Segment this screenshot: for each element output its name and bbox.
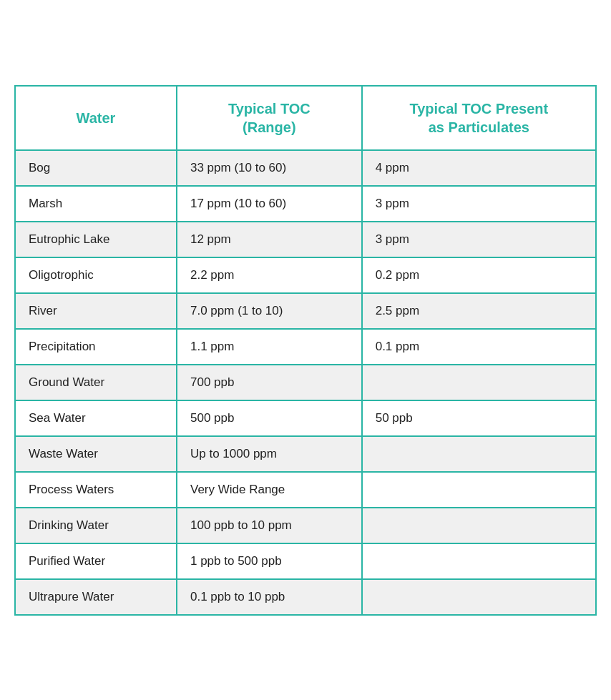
cell-water: River xyxy=(16,293,177,329)
cell-toc-range: 7.0 ppm (1 to 10) xyxy=(177,293,362,329)
cell-water: Marsh xyxy=(16,186,177,222)
cell-water: Waste Water xyxy=(16,436,177,472)
main-table-container: Water Typical TOC(Range) Typical TOC Pre… xyxy=(14,85,597,616)
cell-toc-range: 500 ppb xyxy=(177,400,362,436)
cell-toc-particulates xyxy=(362,365,595,400)
table-row: Ground Water700 ppb xyxy=(16,365,595,400)
table-row: Marsh17 ppm (10 to 60)3 ppm xyxy=(16,186,595,222)
cell-water: Oligotrophic xyxy=(16,257,177,293)
cell-toc-particulates xyxy=(362,472,595,508)
table-body: Bog33 ppm (10 to 60)4 ppmMarsh17 ppm (10… xyxy=(16,150,595,614)
cell-toc-particulates xyxy=(362,508,595,543)
cell-toc-range: 2.2 ppm xyxy=(177,257,362,293)
cell-toc-particulates xyxy=(362,543,595,579)
cell-water: Sea Water xyxy=(16,400,177,436)
cell-water: Eutrophic Lake xyxy=(16,222,177,257)
cell-toc-range: 700 ppb xyxy=(177,365,362,400)
table-row: Oligotrophic2.2 ppm0.2 ppm xyxy=(16,257,595,293)
table-row: Eutrophic Lake12 ppm3 ppm xyxy=(16,222,595,257)
cell-toc-particulates: 50 ppb xyxy=(362,400,595,436)
cell-toc-range: 12 ppm xyxy=(177,222,362,257)
cell-water: Precipitation xyxy=(16,329,177,365)
table-row: River7.0 ppm (1 to 10)2.5 ppm xyxy=(16,293,595,329)
cell-water: Bog xyxy=(16,150,177,186)
cell-water: Drinking Water xyxy=(16,508,177,543)
table-row: Precipitation1.1 ppm0.1 ppm xyxy=(16,329,595,365)
table-row: Process WatersVery Wide Range xyxy=(16,472,595,508)
table-row: Ultrapure Water0.1 ppb to 10 ppb xyxy=(16,579,595,614)
cell-toc-range: Very Wide Range xyxy=(177,472,362,508)
table-row: Bog33 ppm (10 to 60)4 ppm xyxy=(16,150,595,186)
cell-toc-particulates: 2.5 ppm xyxy=(362,293,595,329)
cell-toc-range: 0.1 ppb to 10 ppb xyxy=(177,579,362,614)
header-water: Water xyxy=(16,87,177,150)
header-toc-particulates: Typical TOC Presentas Particulates xyxy=(362,87,595,150)
cell-toc-particulates xyxy=(362,579,595,614)
cell-toc-range: 1.1 ppm xyxy=(177,329,362,365)
cell-toc-range: 100 ppb to 10 ppm xyxy=(177,508,362,543)
cell-toc-range: 17 ppm (10 to 60) xyxy=(177,186,362,222)
cell-water: Purified Water xyxy=(16,543,177,579)
cell-water: Ultrapure Water xyxy=(16,579,177,614)
table-row: Drinking Water100 ppb to 10 ppm xyxy=(16,508,595,543)
cell-water: Process Waters xyxy=(16,472,177,508)
cell-toc-particulates: 0.1 ppm xyxy=(362,329,595,365)
cell-toc-range: 33 ppm (10 to 60) xyxy=(177,150,362,186)
cell-toc-particulates: 0.2 ppm xyxy=(362,257,595,293)
toc-table: Water Typical TOC(Range) Typical TOC Pre… xyxy=(16,87,595,614)
cell-toc-range: Up to 1000 ppm xyxy=(177,436,362,472)
table-row: Sea Water500 ppb50 ppb xyxy=(16,400,595,436)
header-toc-range: Typical TOC(Range) xyxy=(177,87,362,150)
cell-toc-range: 1 ppb to 500 ppb xyxy=(177,543,362,579)
table-row: Purified Water1 ppb to 500 ppb xyxy=(16,543,595,579)
table-row: Waste WaterUp to 1000 ppm xyxy=(16,436,595,472)
table-header-row: Water Typical TOC(Range) Typical TOC Pre… xyxy=(16,87,595,150)
cell-toc-particulates: 3 ppm xyxy=(362,222,595,257)
cell-toc-particulates xyxy=(362,436,595,472)
cell-toc-particulates: 3 ppm xyxy=(362,186,595,222)
cell-water: Ground Water xyxy=(16,365,177,400)
cell-toc-particulates: 4 ppm xyxy=(362,150,595,186)
